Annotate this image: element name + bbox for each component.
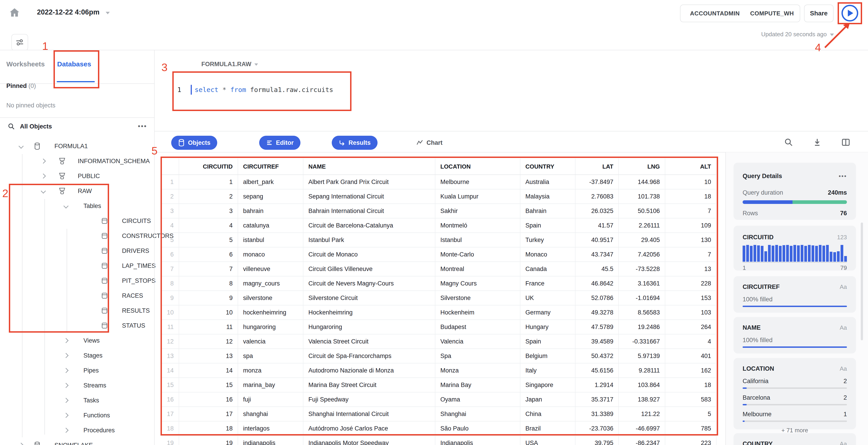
chevron-right-icon[interactable] xyxy=(63,383,69,388)
annotation-number-2: 2 xyxy=(2,187,8,200)
tab-results[interactable]: Results xyxy=(332,136,377,150)
tree-item-label: SNOWFLAKE xyxy=(55,442,93,445)
card-title: Query Details xyxy=(743,173,782,180)
worksheet-context-tab[interactable]: FORMULA1.RAW xyxy=(202,61,258,68)
tree-item-functions[interactable]: Functions xyxy=(0,408,154,423)
tree-item-label: Tasks xyxy=(84,397,99,404)
tree-item-label: STATUS xyxy=(122,322,145,329)
cell: USA xyxy=(520,436,576,445)
tree-item-public[interactable]: PUBLIC xyxy=(0,169,154,183)
stat-card-location[interactable]: LOCATION Aa California2 Barcelona2 Melbo… xyxy=(734,358,856,430)
chevron-right-icon[interactable] xyxy=(63,368,69,373)
tab-chart[interactable]: Chart xyxy=(416,136,443,150)
chevron-down-icon[interactable] xyxy=(19,144,24,149)
histogram-bar xyxy=(753,245,756,262)
histogram-bar xyxy=(804,246,807,262)
sidebar-divider xyxy=(154,50,155,445)
tree-item-formula1[interactable]: FORMULA1 xyxy=(0,139,154,153)
histogram-bar xyxy=(772,246,774,262)
download-icon[interactable] xyxy=(813,138,822,147)
histogram-bar xyxy=(775,245,778,262)
annotation-box-4 xyxy=(838,2,862,24)
tree-item-label: INFORMATION_SCHEMA xyxy=(78,158,150,165)
histogram-bar xyxy=(819,245,822,262)
stat-card-name[interactable]: NAME Aa 100% filled xyxy=(734,317,856,353)
annotation-box-3 xyxy=(172,71,351,111)
title-caret-icon[interactable] xyxy=(106,12,110,14)
query-details-panel: Query Details ••• Query duration 240ms R… xyxy=(726,152,868,445)
database-icon xyxy=(34,441,41,445)
tree-item-label: Stages xyxy=(84,352,102,359)
histogram-bar xyxy=(844,256,847,262)
warehouse-label: COMPUTE_WH xyxy=(750,10,794,17)
pinned-header: Pinned (0) xyxy=(6,82,36,90)
lines-icon xyxy=(266,139,273,146)
search-label: All Objects xyxy=(20,123,52,130)
tab-objects[interactable]: Objects xyxy=(171,136,217,150)
object-search[interactable]: All Objects xyxy=(8,123,52,130)
worksheet-title[interactable]: 2022-12-22 4:06pm xyxy=(37,8,99,16)
chevron-right-icon[interactable] xyxy=(63,338,69,343)
filled-bar xyxy=(743,306,847,307)
tree-item-label: Procedures xyxy=(84,427,115,434)
histogram-bar xyxy=(743,246,745,262)
context-selector[interactable]: ACCOUNTADMIN COMPUTE_WH xyxy=(680,4,800,22)
tree-item-label: FORMULA1 xyxy=(55,143,88,150)
stat-card-circuitid[interactable]: CIRCUITID 123 1 79 xyxy=(734,226,856,271)
text-type-badge: Aa xyxy=(840,365,847,372)
tree-item-tasks[interactable]: Tasks xyxy=(0,393,154,408)
chevron-right-icon[interactable] xyxy=(41,174,46,179)
chevron-right-icon[interactable] xyxy=(63,428,69,433)
histogram-bar xyxy=(811,245,814,262)
chevron-right-icon[interactable] xyxy=(63,353,69,358)
schema-icon xyxy=(59,172,66,180)
annotation-box-2 xyxy=(9,184,109,333)
tree-item-views[interactable]: Views xyxy=(0,333,154,348)
chart-icon xyxy=(416,139,423,146)
histogram-bar xyxy=(808,245,811,262)
top-value-row-melbourne[interactable]: Melbourne1 xyxy=(743,411,847,422)
tab-editor[interactable]: Editor xyxy=(259,136,301,150)
search-icon[interactable] xyxy=(784,138,793,147)
histogram-bar xyxy=(833,252,836,262)
home-icon[interactable] xyxy=(9,7,21,19)
chevron-right-icon[interactable] xyxy=(19,443,24,445)
tree-item-pipes[interactable]: Pipes xyxy=(0,363,154,378)
columns-icon[interactable] xyxy=(841,138,850,147)
tree-item-snowflake[interactable]: SNOWFLAKE xyxy=(0,438,154,445)
chevron-right-icon[interactable] xyxy=(41,159,46,164)
histogram-bar xyxy=(761,246,764,262)
tree-item-streams[interactable]: Streams xyxy=(0,378,154,393)
top-value-row-barcelona[interactable]: Barcelona2 xyxy=(743,394,847,405)
search-icon xyxy=(8,123,15,130)
table-row[interactable]: 1919indianapolisIndianapolis Motor Speed… xyxy=(160,436,716,445)
sliders-icon xyxy=(15,38,24,47)
stat-card-country[interactable]: COUNTRY Aa xyxy=(734,433,856,445)
stat-card-circuitref[interactable]: CIRCUITREF Aa 100% filled xyxy=(734,276,856,313)
tab-worksheets[interactable]: Worksheets xyxy=(6,60,45,68)
histogram-bar xyxy=(782,245,785,262)
top-value-row-california[interactable]: California2 xyxy=(743,378,847,389)
tree-item-label: LAP_TIMES xyxy=(122,262,156,269)
histogram-bar xyxy=(826,245,829,262)
tree-item-procedures[interactable]: Procedures xyxy=(0,423,154,438)
more-values-link[interactable]: + 71 more xyxy=(743,427,847,434)
ellipsis-icon[interactable]: ••• xyxy=(839,173,847,180)
tree-item-information_schema[interactable]: INFORMATION_SCHEMA xyxy=(0,153,154,169)
objects-menu-button[interactable]: ••• xyxy=(138,122,147,130)
worksheet-filter-button[interactable] xyxy=(11,34,28,51)
panel-scrollbar[interactable] xyxy=(861,222,863,340)
histogram-bar xyxy=(815,246,818,262)
histogram-bar xyxy=(801,245,803,262)
snowsight-worksheet-page: 2022-12-22 4:06pm ACCOUNTADMIN COMPUTE_W… xyxy=(0,0,868,445)
histogram-bar xyxy=(830,252,832,262)
chevron-right-icon[interactable] xyxy=(63,413,69,418)
histogram-bar xyxy=(757,245,760,262)
cell: Indianapolis Motor Speedway xyxy=(303,436,435,445)
return-arrow-icon xyxy=(339,139,345,146)
chevron-right-icon[interactable] xyxy=(63,398,69,403)
circuitid-histogram xyxy=(743,245,847,262)
cell: -86.2347 xyxy=(619,436,665,445)
tree-item-stages[interactable]: Stages xyxy=(0,348,154,363)
cell: 19 xyxy=(179,436,238,445)
